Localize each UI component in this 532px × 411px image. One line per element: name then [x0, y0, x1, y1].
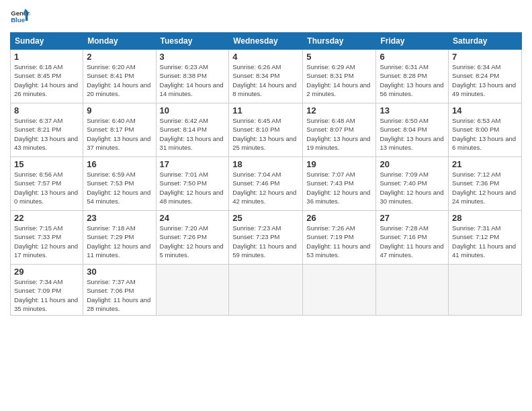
calendar-day-23: 23Sunrise: 7:18 AMSunset: 7:29 PMDayligh… — [83, 211, 156, 265]
calendar-day-26: 26Sunrise: 7:26 AMSunset: 7:19 PMDayligh… — [303, 211, 376, 265]
calendar-day-10: 10Sunrise: 6:42 AMSunset: 8:14 PMDayligh… — [156, 103, 229, 157]
calendar-empty — [449, 265, 522, 316]
weekday-header-saturday: Saturday — [449, 33, 522, 50]
calendar-day-28: 28Sunrise: 7:31 AMSunset: 7:12 PMDayligh… — [449, 211, 522, 265]
calendar-day-16: 16Sunrise: 6:59 AMSunset: 7:53 PMDayligh… — [83, 157, 156, 211]
calendar-empty — [376, 265, 449, 316]
header: General Blue — [10, 7, 522, 27]
calendar-day-15: 15Sunrise: 6:56 AMSunset: 7:57 PMDayligh… — [11, 157, 83, 211]
calendar-week-3: 15Sunrise: 6:56 AMSunset: 7:57 PMDayligh… — [11, 157, 522, 211]
calendar-day-22: 22Sunrise: 7:15 AMSunset: 7:33 PMDayligh… — [11, 211, 83, 265]
calendar-empty — [156, 265, 229, 316]
calendar-day-14: 14Sunrise: 6:53 AMSunset: 8:00 PMDayligh… — [449, 103, 522, 157]
calendar-day-4: 4Sunrise: 6:26 AMSunset: 8:34 PMDaylight… — [229, 50, 303, 103]
calendar-day-19: 19Sunrise: 7:07 AMSunset: 7:43 PMDayligh… — [303, 157, 376, 211]
calendar-week-4: 22Sunrise: 7:15 AMSunset: 7:33 PMDayligh… — [11, 211, 522, 265]
svg-text:Blue: Blue — [11, 16, 25, 24]
calendar-day-1: 1Sunrise: 6:18 AMSunset: 8:45 PMDaylight… — [11, 50, 83, 103]
calendar-day-3: 3Sunrise: 6:23 AMSunset: 8:38 PMDaylight… — [156, 50, 229, 103]
calendar-day-6: 6Sunrise: 6:31 AMSunset: 8:28 PMDaylight… — [376, 50, 449, 103]
calendar-week-2: 8Sunrise: 6:37 AMSunset: 8:21 PMDaylight… — [11, 103, 522, 157]
logo-icon: General Blue — [10, 7, 30, 27]
calendar-day-7: 7Sunrise: 6:34 AMSunset: 8:24 PMDaylight… — [449, 50, 522, 103]
calendar-day-18: 18Sunrise: 7:04 AMSunset: 7:46 PMDayligh… — [229, 157, 303, 211]
weekday-header-friday: Friday — [376, 33, 449, 50]
calendar-day-20: 20Sunrise: 7:09 AMSunset: 7:40 PMDayligh… — [376, 157, 449, 211]
calendar-day-30: 30Sunrise: 7:37 AMSunset: 7:06 PMDayligh… — [83, 265, 156, 316]
weekday-header-monday: Monday — [83, 33, 156, 50]
weekday-header-thursday: Thursday — [303, 33, 376, 50]
weekday-header-sunday: Sunday — [11, 33, 83, 50]
logo: General Blue — [10, 7, 30, 27]
calendar-empty — [303, 265, 376, 316]
calendar-day-21: 21Sunrise: 7:12 AMSunset: 7:36 PMDayligh… — [449, 157, 522, 211]
calendar-day-13: 13Sunrise: 6:50 AMSunset: 8:04 PMDayligh… — [376, 103, 449, 157]
weekday-header-tuesday: Tuesday — [156, 33, 229, 50]
calendar-day-24: 24Sunrise: 7:20 AMSunset: 7:26 PMDayligh… — [156, 211, 229, 265]
calendar-day-5: 5Sunrise: 6:29 AMSunset: 8:31 PMDaylight… — [303, 50, 376, 103]
calendar-day-11: 11Sunrise: 6:45 AMSunset: 8:10 PMDayligh… — [229, 103, 303, 157]
calendar-day-12: 12Sunrise: 6:48 AMSunset: 8:07 PMDayligh… — [303, 103, 376, 157]
calendar-week-1: 1Sunrise: 6:18 AMSunset: 8:45 PMDaylight… — [11, 50, 522, 103]
calendar-day-27: 27Sunrise: 7:28 AMSunset: 7:16 PMDayligh… — [376, 211, 449, 265]
calendar-week-5: 29Sunrise: 7:34 AMSunset: 7:09 PMDayligh… — [11, 265, 522, 316]
weekday-header-wednesday: Wednesday — [229, 33, 303, 50]
calendar-day-25: 25Sunrise: 7:23 AMSunset: 7:23 PMDayligh… — [229, 211, 303, 265]
calendar-day-29: 29Sunrise: 7:34 AMSunset: 7:09 PMDayligh… — [11, 265, 83, 316]
calendar-day-9: 9Sunrise: 6:40 AMSunset: 8:17 PMDaylight… — [83, 103, 156, 157]
calendar-day-8: 8Sunrise: 6:37 AMSunset: 8:21 PMDaylight… — [11, 103, 83, 157]
calendar-table: SundayMondayTuesdayWednesdayThursdayFrid… — [10, 32, 522, 316]
weekday-header-row: SundayMondayTuesdayWednesdayThursdayFrid… — [11, 33, 522, 50]
calendar-empty — [229, 265, 303, 316]
calendar-day-17: 17Sunrise: 7:01 AMSunset: 7:50 PMDayligh… — [156, 157, 229, 211]
calendar-day-2: 2Sunrise: 6:20 AMSunset: 8:41 PMDaylight… — [83, 50, 156, 103]
